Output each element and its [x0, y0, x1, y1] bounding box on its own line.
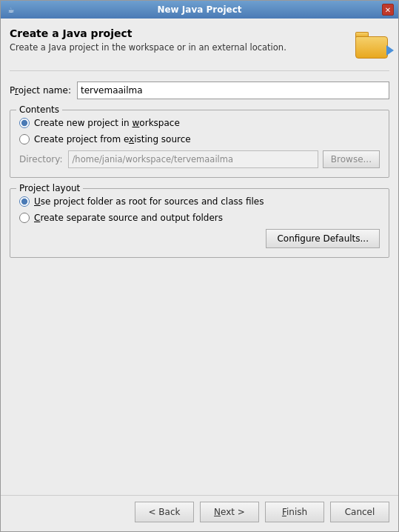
header-icon: [354, 27, 389, 63]
finish-button[interactable]: Finish: [265, 502, 324, 522]
next-button[interactable]: Next >: [200, 502, 259, 522]
create-in-workspace-radio[interactable]: [19, 118, 30, 128]
header-text: Create a Java project Create a Java proj…: [10, 27, 346, 53]
finish-rest: inish: [286, 507, 307, 517]
titlebar-app-icon: ☕: [5, 4, 17, 16]
radio-row-existing: Create project from existing source: [19, 134, 380, 144]
contents-group: Contents Create new project in workspace…: [10, 110, 389, 178]
main-content: Create a Java project Create a Java proj…: [1, 19, 398, 492]
project-name-underline: r: [15, 85, 19, 96]
project-name-label: Project name:: [10, 85, 71, 96]
cancel-button[interactable]: Cancel: [330, 502, 389, 522]
titlebar-title: New Java Project: [17, 4, 382, 15]
create-from-existing-radio[interactable]: [19, 134, 30, 144]
directory-label: Directory:: [19, 154, 62, 164]
create-separate-folders-radio[interactable]: [19, 213, 30, 223]
radio-row-use-project-folder: Use project folder as root for sources a…: [19, 196, 380, 207]
page-title: Create a Java project: [10, 27, 346, 39]
directory-input[interactable]: [68, 150, 318, 168]
create-separate-folders-label[interactable]: Create separate source and output folder…: [34, 213, 223, 223]
workspace-underline: w: [133, 118, 140, 128]
project-name-row: Project name:: [10, 82, 389, 99]
next-underline: N: [214, 507, 221, 517]
back-button[interactable]: < Back: [135, 502, 194, 522]
configure-btn-row: Configure Defaults...: [19, 229, 380, 248]
radio-row-separate-folders: Create separate source and output folder…: [19, 213, 380, 223]
window: ☕ New Java Project ✕ Create a Java proje…: [0, 0, 399, 532]
use-project-folder-radio[interactable]: [19, 196, 30, 207]
existing-underline: x: [129, 134, 134, 144]
project-name-input[interactable]: [77, 82, 389, 99]
use-underline: U: [34, 196, 41, 207]
project-layout-group: Project layout Use project folder as roo…: [10, 188, 389, 258]
next-label: Next >: [214, 507, 245, 517]
header-section: Create a Java project Create a Java proj…: [10, 27, 389, 71]
page-subtitle: Create a Java project in the workspace o…: [10, 42, 346, 53]
spacer: [10, 268, 389, 486]
button-bar: < Back Next > Finish Cancel: [1, 495, 398, 531]
create-in-workspace-label[interactable]: Create new project in workspace: [34, 118, 180, 128]
configure-defaults-button[interactable]: Configure Defaults...: [266, 229, 380, 248]
project-layout-group-title: Project layout: [16, 183, 83, 193]
titlebar: ☕ New Java Project ✕: [1, 1, 398, 19]
create-underline: C: [34, 213, 40, 223]
close-button[interactable]: ✕: [382, 4, 394, 16]
directory-row: Directory: Browse...: [19, 150, 380, 168]
contents-group-title: Contents: [16, 104, 62, 115]
create-from-existing-label[interactable]: Create project from existing source: [34, 134, 191, 144]
radio-row-workspace: Create new project in workspace: [19, 118, 380, 128]
browse-button[interactable]: Browse...: [323, 150, 380, 168]
folder-icon: [355, 32, 388, 59]
use-project-folder-label[interactable]: Use project folder as root for sources a…: [34, 196, 264, 207]
